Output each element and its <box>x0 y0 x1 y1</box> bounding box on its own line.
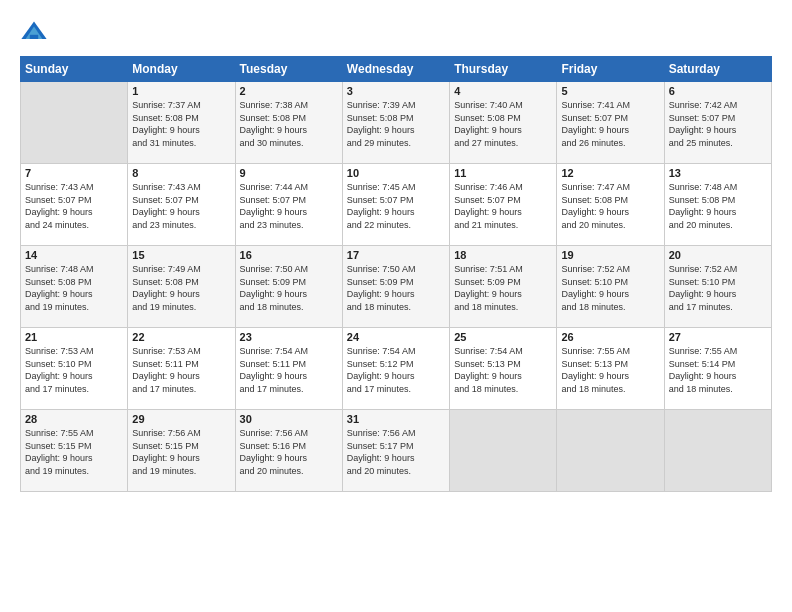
calendar-body: 1Sunrise: 7:37 AM Sunset: 5:08 PM Daylig… <box>21 82 772 492</box>
calendar-cell: 13Sunrise: 7:48 AM Sunset: 5:08 PM Dayli… <box>664 164 771 246</box>
calendar-cell: 5Sunrise: 7:41 AM Sunset: 5:07 PM Daylig… <box>557 82 664 164</box>
calendar-cell: 31Sunrise: 7:56 AM Sunset: 5:17 PM Dayli… <box>342 410 449 492</box>
day-number: 17 <box>347 249 445 261</box>
calendar-cell <box>450 410 557 492</box>
calendar-cell: 25Sunrise: 7:54 AM Sunset: 5:13 PM Dayli… <box>450 328 557 410</box>
weekday-row: SundayMondayTuesdayWednesdayThursdayFrid… <box>21 57 772 82</box>
week-row-4: 21Sunrise: 7:53 AM Sunset: 5:10 PM Dayli… <box>21 328 772 410</box>
calendar-cell: 18Sunrise: 7:51 AM Sunset: 5:09 PM Dayli… <box>450 246 557 328</box>
calendar-cell: 28Sunrise: 7:55 AM Sunset: 5:15 PM Dayli… <box>21 410 128 492</box>
day-info: Sunrise: 7:55 AM Sunset: 5:14 PM Dayligh… <box>669 345 767 395</box>
calendar-cell: 16Sunrise: 7:50 AM Sunset: 5:09 PM Dayli… <box>235 246 342 328</box>
day-number: 29 <box>132 413 230 425</box>
day-info: Sunrise: 7:43 AM Sunset: 5:07 PM Dayligh… <box>25 181 123 231</box>
calendar-cell: 20Sunrise: 7:52 AM Sunset: 5:10 PM Dayli… <box>664 246 771 328</box>
calendar-cell: 4Sunrise: 7:40 AM Sunset: 5:08 PM Daylig… <box>450 82 557 164</box>
calendar-cell: 26Sunrise: 7:55 AM Sunset: 5:13 PM Dayli… <box>557 328 664 410</box>
day-number: 1 <box>132 85 230 97</box>
day-info: Sunrise: 7:49 AM Sunset: 5:08 PM Dayligh… <box>132 263 230 313</box>
weekday-header-friday: Friday <box>557 57 664 82</box>
header <box>20 18 772 46</box>
day-number: 22 <box>132 331 230 343</box>
day-number: 15 <box>132 249 230 261</box>
week-row-3: 14Sunrise: 7:48 AM Sunset: 5:08 PM Dayli… <box>21 246 772 328</box>
logo-icon <box>20 18 48 46</box>
calendar-cell: 27Sunrise: 7:55 AM Sunset: 5:14 PM Dayli… <box>664 328 771 410</box>
calendar-cell: 11Sunrise: 7:46 AM Sunset: 5:07 PM Dayli… <box>450 164 557 246</box>
day-number: 6 <box>669 85 767 97</box>
day-number: 27 <box>669 331 767 343</box>
calendar-cell: 1Sunrise: 7:37 AM Sunset: 5:08 PM Daylig… <box>128 82 235 164</box>
day-info: Sunrise: 7:53 AM Sunset: 5:11 PM Dayligh… <box>132 345 230 395</box>
day-info: Sunrise: 7:39 AM Sunset: 5:08 PM Dayligh… <box>347 99 445 149</box>
day-number: 3 <box>347 85 445 97</box>
calendar-table: SundayMondayTuesdayWednesdayThursdayFrid… <box>20 56 772 492</box>
calendar-cell: 21Sunrise: 7:53 AM Sunset: 5:10 PM Dayli… <box>21 328 128 410</box>
calendar-cell: 3Sunrise: 7:39 AM Sunset: 5:08 PM Daylig… <box>342 82 449 164</box>
day-info: Sunrise: 7:54 AM Sunset: 5:12 PM Dayligh… <box>347 345 445 395</box>
calendar-cell: 17Sunrise: 7:50 AM Sunset: 5:09 PM Dayli… <box>342 246 449 328</box>
day-number: 26 <box>561 331 659 343</box>
calendar-cell <box>21 82 128 164</box>
day-number: 18 <box>454 249 552 261</box>
calendar-header: SundayMondayTuesdayWednesdayThursdayFrid… <box>21 57 772 82</box>
day-info: Sunrise: 7:46 AM Sunset: 5:07 PM Dayligh… <box>454 181 552 231</box>
day-info: Sunrise: 7:50 AM Sunset: 5:09 PM Dayligh… <box>240 263 338 313</box>
day-info: Sunrise: 7:51 AM Sunset: 5:09 PM Dayligh… <box>454 263 552 313</box>
day-number: 14 <box>25 249 123 261</box>
day-info: Sunrise: 7:47 AM Sunset: 5:08 PM Dayligh… <box>561 181 659 231</box>
weekday-header-wednesday: Wednesday <box>342 57 449 82</box>
day-info: Sunrise: 7:48 AM Sunset: 5:08 PM Dayligh… <box>25 263 123 313</box>
calendar-cell: 12Sunrise: 7:47 AM Sunset: 5:08 PM Dayli… <box>557 164 664 246</box>
day-info: Sunrise: 7:50 AM Sunset: 5:09 PM Dayligh… <box>347 263 445 313</box>
day-info: Sunrise: 7:40 AM Sunset: 5:08 PM Dayligh… <box>454 99 552 149</box>
day-number: 24 <box>347 331 445 343</box>
weekday-header-thursday: Thursday <box>450 57 557 82</box>
day-number: 19 <box>561 249 659 261</box>
week-row-5: 28Sunrise: 7:55 AM Sunset: 5:15 PM Dayli… <box>21 410 772 492</box>
day-info: Sunrise: 7:41 AM Sunset: 5:07 PM Dayligh… <box>561 99 659 149</box>
day-info: Sunrise: 7:42 AM Sunset: 5:07 PM Dayligh… <box>669 99 767 149</box>
week-row-1: 1Sunrise: 7:37 AM Sunset: 5:08 PM Daylig… <box>21 82 772 164</box>
calendar-cell: 19Sunrise: 7:52 AM Sunset: 5:10 PM Dayli… <box>557 246 664 328</box>
day-info: Sunrise: 7:56 AM Sunset: 5:16 PM Dayligh… <box>240 427 338 477</box>
day-number: 30 <box>240 413 338 425</box>
day-number: 11 <box>454 167 552 179</box>
day-number: 20 <box>669 249 767 261</box>
calendar-cell: 30Sunrise: 7:56 AM Sunset: 5:16 PM Dayli… <box>235 410 342 492</box>
logo <box>20 18 52 46</box>
day-number: 16 <box>240 249 338 261</box>
day-info: Sunrise: 7:37 AM Sunset: 5:08 PM Dayligh… <box>132 99 230 149</box>
day-number: 9 <box>240 167 338 179</box>
day-number: 7 <box>25 167 123 179</box>
calendar-cell: 22Sunrise: 7:53 AM Sunset: 5:11 PM Dayli… <box>128 328 235 410</box>
weekday-header-saturday: Saturday <box>664 57 771 82</box>
calendar-cell <box>664 410 771 492</box>
week-row-2: 7Sunrise: 7:43 AM Sunset: 5:07 PM Daylig… <box>21 164 772 246</box>
day-info: Sunrise: 7:55 AM Sunset: 5:15 PM Dayligh… <box>25 427 123 477</box>
day-number: 21 <box>25 331 123 343</box>
day-number: 12 <box>561 167 659 179</box>
calendar-cell: 9Sunrise: 7:44 AM Sunset: 5:07 PM Daylig… <box>235 164 342 246</box>
calendar-cell: 10Sunrise: 7:45 AM Sunset: 5:07 PM Dayli… <box>342 164 449 246</box>
calendar-cell: 24Sunrise: 7:54 AM Sunset: 5:12 PM Dayli… <box>342 328 449 410</box>
calendar-cell: 14Sunrise: 7:48 AM Sunset: 5:08 PM Dayli… <box>21 246 128 328</box>
calendar-cell: 2Sunrise: 7:38 AM Sunset: 5:08 PM Daylig… <box>235 82 342 164</box>
day-number: 4 <box>454 85 552 97</box>
day-info: Sunrise: 7:53 AM Sunset: 5:10 PM Dayligh… <box>25 345 123 395</box>
weekday-header-sunday: Sunday <box>21 57 128 82</box>
day-info: Sunrise: 7:54 AM Sunset: 5:13 PM Dayligh… <box>454 345 552 395</box>
calendar-cell: 23Sunrise: 7:54 AM Sunset: 5:11 PM Dayli… <box>235 328 342 410</box>
weekday-header-tuesday: Tuesday <box>235 57 342 82</box>
day-number: 5 <box>561 85 659 97</box>
day-number: 13 <box>669 167 767 179</box>
day-info: Sunrise: 7:55 AM Sunset: 5:13 PM Dayligh… <box>561 345 659 395</box>
day-info: Sunrise: 7:56 AM Sunset: 5:17 PM Dayligh… <box>347 427 445 477</box>
page: SundayMondayTuesdayWednesdayThursdayFrid… <box>0 0 792 612</box>
day-info: Sunrise: 7:52 AM Sunset: 5:10 PM Dayligh… <box>561 263 659 313</box>
day-number: 10 <box>347 167 445 179</box>
day-number: 23 <box>240 331 338 343</box>
calendar-cell <box>557 410 664 492</box>
calendar-cell: 29Sunrise: 7:56 AM Sunset: 5:15 PM Dayli… <box>128 410 235 492</box>
day-info: Sunrise: 7:48 AM Sunset: 5:08 PM Dayligh… <box>669 181 767 231</box>
